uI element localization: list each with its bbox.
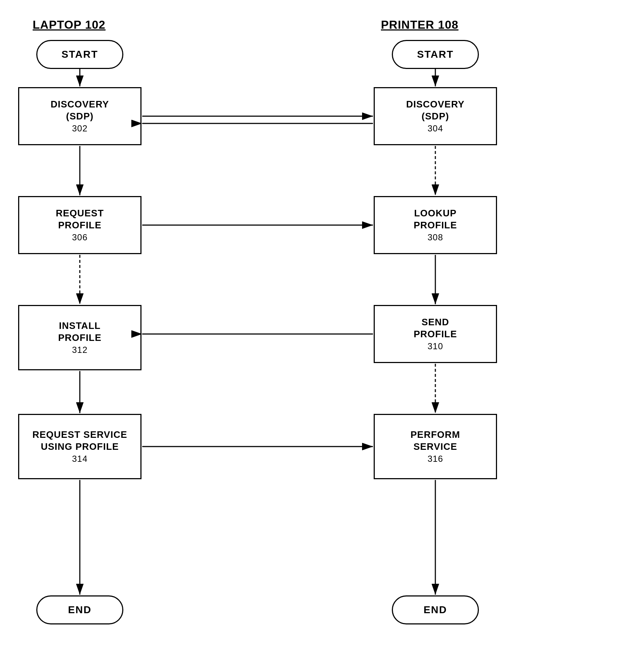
- request-profile-box: REQUEST PROFILE 306: [18, 196, 141, 254]
- install-profile-line2: PROFILE: [58, 332, 102, 344]
- laptop-start-terminal: START: [36, 40, 123, 69]
- request-profile-num: 306: [72, 232, 87, 243]
- perform-service-line1: PERFORM: [411, 429, 460, 441]
- lookup-profile-num: 308: [427, 232, 443, 243]
- printer-end-label: END: [423, 604, 447, 616]
- request-service-box: REQUEST SERVICE USING PROFILE 314: [18, 414, 141, 479]
- laptop-header: LAPTOP 102: [33, 18, 106, 32]
- printer-start-terminal: START: [392, 40, 479, 69]
- lookup-profile-line2: PROFILE: [414, 219, 457, 232]
- request-service-line2: USING PROFILE: [41, 441, 119, 453]
- printer-end-terminal: END: [392, 595, 479, 624]
- discovery-printer-line1: DISCOVERY: [406, 98, 464, 111]
- printer-header: PRINTER 108: [381, 18, 459, 32]
- discovery-laptop-box: DISCOVERY (SDP) 302: [18, 87, 141, 145]
- perform-service-num: 316: [427, 453, 443, 464]
- discovery-laptop-num: 302: [72, 123, 87, 134]
- printer-start-label: START: [417, 49, 453, 60]
- discovery-printer-box: DISCOVERY (SDP) 304: [374, 87, 497, 145]
- send-profile-line2: PROFILE: [414, 328, 457, 341]
- request-profile-line2: PROFILE: [58, 219, 102, 232]
- discovery-laptop-line2: (SDP): [66, 110, 94, 123]
- discovery-printer-num: 304: [427, 123, 443, 134]
- request-profile-line1: REQUEST: [56, 207, 104, 220]
- send-profile-num: 310: [427, 341, 443, 352]
- install-profile-num: 312: [72, 344, 87, 355]
- request-service-line1: REQUEST SERVICE: [32, 429, 127, 441]
- install-profile-line1: INSTALL: [59, 320, 101, 332]
- laptop-end-terminal: END: [36, 595, 123, 624]
- perform-service-box: PERFORM SERVICE 316: [374, 414, 497, 479]
- discovery-laptop-line1: DISCOVERY: [50, 98, 109, 111]
- discovery-printer-line2: (SDP): [422, 110, 449, 123]
- send-profile-line1: SEND: [422, 316, 449, 329]
- install-profile-box: INSTALL PROFILE 312: [18, 305, 141, 370]
- request-service-num: 314: [72, 453, 87, 464]
- lookup-profile-line1: LOOKUP: [414, 207, 456, 220]
- diagram-container: LAPTOP 102 PRINTER 108 START START DISCO…: [0, 0, 624, 672]
- send-profile-box: SEND PROFILE 310: [374, 305, 497, 363]
- perform-service-line2: SERVICE: [414, 441, 457, 453]
- laptop-end-label: END: [68, 604, 91, 616]
- lookup-profile-box: LOOKUP PROFILE 308: [374, 196, 497, 254]
- laptop-start-label: START: [61, 49, 98, 60]
